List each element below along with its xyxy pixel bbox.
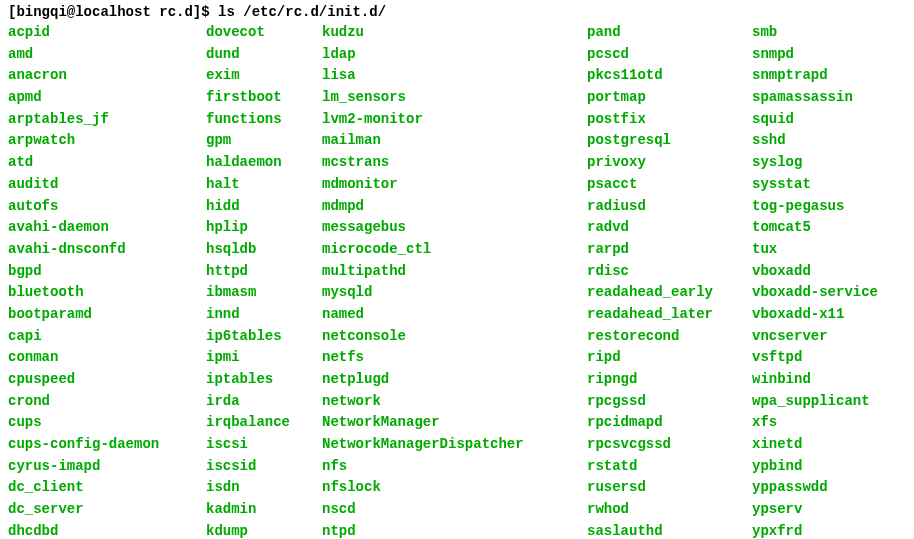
file-entry: rstatd: [587, 456, 752, 478]
file-entry: smb: [752, 22, 878, 44]
file-entry: radiusd: [587, 196, 752, 218]
file-entry: anacron: [8, 65, 206, 87]
file-entry: rdisc: [587, 261, 752, 283]
file-entry: gpm: [206, 130, 322, 152]
file-entry: psacct: [587, 174, 752, 196]
file-entry: rwhod: [587, 499, 752, 521]
file-entry: hplip: [206, 217, 322, 239]
file-entry: ripd: [587, 347, 752, 369]
file-entry: ypserv: [752, 499, 878, 521]
shell-prompt: [bingqi@localhost rc.d]$: [8, 4, 218, 20]
file-entry: iptables: [206, 369, 322, 391]
ls-column-3: pandpcscdpkcs11otdportmappostfixpostgres…: [587, 22, 752, 539]
file-entry: netconsole: [322, 326, 587, 348]
file-entry: ripngd: [587, 369, 752, 391]
file-entry: irqbalance: [206, 412, 322, 434]
file-entry: hsqldb: [206, 239, 322, 261]
file-entry: NetworkManagerDispatcher: [322, 434, 587, 456]
file-entry: dc_client: [8, 477, 206, 499]
file-entry: httpd: [206, 261, 322, 283]
file-entry: kadmin: [206, 499, 322, 521]
file-entry: NetworkManager: [322, 412, 587, 434]
file-entry: netfs: [322, 347, 587, 369]
file-entry: wpa_supplicant: [752, 391, 878, 413]
file-entry: vncserver: [752, 326, 878, 348]
file-entry: bootparamd: [8, 304, 206, 326]
file-entry: hidd: [206, 196, 322, 218]
file-entry: dhcdbd: [8, 521, 206, 539]
file-entry: exim: [206, 65, 322, 87]
file-entry: vboxadd: [752, 261, 878, 283]
file-entry: acpid: [8, 22, 206, 44]
file-entry: innd: [206, 304, 322, 326]
file-entry: auditd: [8, 174, 206, 196]
terminal-prompt-line: [bingqi@localhost rc.d]$ ls /etc/rc.d/in…: [8, 4, 906, 20]
file-entry: dc_server: [8, 499, 206, 521]
file-entry: cyrus-imapd: [8, 456, 206, 478]
file-entry: irda: [206, 391, 322, 413]
file-entry: xinetd: [752, 434, 878, 456]
file-entry: arpwatch: [8, 130, 206, 152]
file-entry: privoxy: [587, 152, 752, 174]
file-entry: saslauthd: [587, 521, 752, 539]
file-entry: amd: [8, 44, 206, 66]
file-entry: dovecot: [206, 22, 322, 44]
file-entry: ntpd: [322, 521, 587, 539]
file-entry: restorecond: [587, 326, 752, 348]
file-entry: capi: [8, 326, 206, 348]
file-entry: isdn: [206, 477, 322, 499]
file-entry: mcstrans: [322, 152, 587, 174]
file-entry: vboxadd-service: [752, 282, 878, 304]
file-entry: tog-pegasus: [752, 196, 878, 218]
file-entry: rusersd: [587, 477, 752, 499]
file-entry: readahead_early: [587, 282, 752, 304]
file-entry: netplugd: [322, 369, 587, 391]
file-entry: dund: [206, 44, 322, 66]
file-entry: tomcat5: [752, 217, 878, 239]
file-entry: microcode_ctl: [322, 239, 587, 261]
file-entry: crond: [8, 391, 206, 413]
file-entry: mysqld: [322, 282, 587, 304]
file-entry: ldap: [322, 44, 587, 66]
file-entry: apmd: [8, 87, 206, 109]
file-entry: rpcidmapd: [587, 412, 752, 434]
file-entry: rpcsvcgssd: [587, 434, 752, 456]
file-entry: postgresql: [587, 130, 752, 152]
file-entry: firstboot: [206, 87, 322, 109]
file-entry: syslog: [752, 152, 878, 174]
file-entry: readahead_later: [587, 304, 752, 326]
file-entry: cpuspeed: [8, 369, 206, 391]
file-entry: network: [322, 391, 587, 413]
ls-column-2: kudzuldaplisalm_sensorslvm2-monitormailm…: [322, 22, 587, 539]
file-entry: multipathd: [322, 261, 587, 283]
file-entry: radvd: [587, 217, 752, 239]
file-entry: messagebus: [322, 217, 587, 239]
file-entry: named: [322, 304, 587, 326]
file-entry: bluetooth: [8, 282, 206, 304]
file-entry: squid: [752, 109, 878, 131]
file-entry: arptables_jf: [8, 109, 206, 131]
file-entry: winbind: [752, 369, 878, 391]
ls-output: acpidamdanacronapmdarptables_jfarpwatcha…: [8, 22, 906, 539]
ls-column-1: dovecotdundeximfirstbootfunctionsgpmhald…: [206, 22, 322, 539]
file-entry: halt: [206, 174, 322, 196]
file-entry: ypbind: [752, 456, 878, 478]
file-entry: kdump: [206, 521, 322, 539]
file-entry: vboxadd-x11: [752, 304, 878, 326]
file-entry: xfs: [752, 412, 878, 434]
file-entry: ypxfrd: [752, 521, 878, 539]
file-entry: mdmonitor: [322, 174, 587, 196]
file-entry: rarpd: [587, 239, 752, 261]
file-entry: atd: [8, 152, 206, 174]
file-entry: snmpd: [752, 44, 878, 66]
file-entry: nfslock: [322, 477, 587, 499]
file-entry: pkcs11otd: [587, 65, 752, 87]
file-entry: sysstat: [752, 174, 878, 196]
file-entry: sshd: [752, 130, 878, 152]
file-entry: nscd: [322, 499, 587, 521]
file-entry: ipmi: [206, 347, 322, 369]
file-entry: yppasswdd: [752, 477, 878, 499]
file-entry: lvm2-monitor: [322, 109, 587, 131]
file-entry: ibmasm: [206, 282, 322, 304]
file-entry: iscsi: [206, 434, 322, 456]
